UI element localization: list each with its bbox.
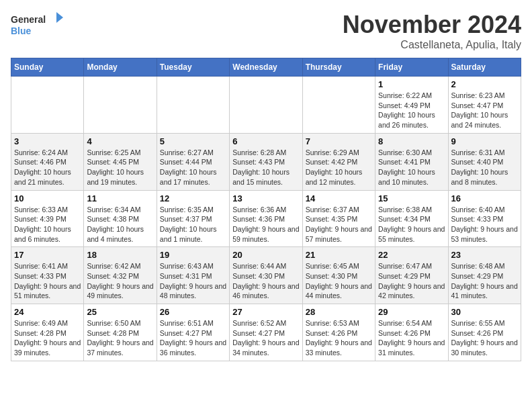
header-row: SundayMondayTuesdayWednesdayThursdayFrid… [11,58,521,77]
day-cell: 18Sunrise: 6:42 AM Sunset: 4:32 PM Dayli… [84,247,157,304]
day-number: 25 [87,307,153,317]
day-info: Sunrise: 6:34 AM Sunset: 4:38 PM Dayligh… [87,205,153,244]
day-info: Sunrise: 6:40 AM Sunset: 4:33 PM Dayligh… [451,205,518,244]
day-number: 8 [378,136,445,146]
day-number: 16 [451,193,518,203]
day-number: 30 [451,307,518,317]
day-info: Sunrise: 6:23 AM Sunset: 4:47 PM Dayligh… [451,91,518,130]
day-info: Sunrise: 6:36 AM Sunset: 4:36 PM Dayligh… [232,205,299,244]
day-info: Sunrise: 6:42 AM Sunset: 4:32 PM Dayligh… [87,261,153,301]
day-cell [84,77,157,134]
day-info: Sunrise: 6:54 AM Sunset: 4:26 PM Dayligh… [378,318,445,358]
day-number: 18 [87,250,153,260]
day-cell: 7Sunrise: 6:29 AM Sunset: 4:42 PM Daylig… [302,133,375,190]
day-cell: 27Sunrise: 6:52 AM Sunset: 4:27 PM Dayli… [230,304,302,361]
day-cell: 15Sunrise: 6:38 AM Sunset: 4:34 PM Dayli… [375,190,448,247]
day-number: 22 [378,250,445,260]
day-cell [302,77,375,134]
day-number: 13 [232,193,299,203]
day-number: 14 [306,193,372,203]
day-number: 17 [14,250,81,260]
day-number: 21 [306,250,372,260]
day-number: 2 [451,79,518,89]
day-info: Sunrise: 6:29 AM Sunset: 4:42 PM Dayligh… [306,148,372,187]
day-info: Sunrise: 6:48 AM Sunset: 4:29 PM Dayligh… [451,261,518,301]
day-cell: 11Sunrise: 6:34 AM Sunset: 4:38 PM Dayli… [84,190,157,247]
day-number: 10 [14,193,81,203]
day-cell: 20Sunrise: 6:44 AM Sunset: 4:30 PM Dayli… [230,247,302,304]
day-cell: 19Sunrise: 6:43 AM Sunset: 4:31 PM Dayli… [157,247,229,304]
day-info: Sunrise: 6:28 AM Sunset: 4:43 PM Dayligh… [232,148,299,187]
day-cell: 8Sunrise: 6:30 AM Sunset: 4:41 PM Daylig… [375,133,448,190]
day-info: Sunrise: 6:50 AM Sunset: 4:28 PM Dayligh… [87,318,153,358]
day-header-friday: Friday [375,58,448,77]
day-number: 12 [160,193,226,203]
month-title: November 2024 [343,11,521,39]
day-info: Sunrise: 6:47 AM Sunset: 4:29 PM Dayligh… [378,261,445,301]
day-info: Sunrise: 6:52 AM Sunset: 4:27 PM Dayligh… [232,318,299,358]
week-row-2: 3Sunrise: 6:24 AM Sunset: 4:46 PM Daylig… [11,133,521,190]
logo-svg: General Blue [11,11,64,40]
day-header-sunday: Sunday [11,58,84,77]
day-info: Sunrise: 6:33 AM Sunset: 4:39 PM Dayligh… [14,205,81,244]
day-cell: 14Sunrise: 6:37 AM Sunset: 4:35 PM Dayli… [302,190,375,247]
day-info: Sunrise: 6:37 AM Sunset: 4:35 PM Dayligh… [306,205,372,244]
day-number: 20 [232,250,299,260]
day-cell: 9Sunrise: 6:31 AM Sunset: 4:40 PM Daylig… [448,133,521,190]
page-header: General Blue November 2024 Castellaneta,… [11,11,521,51]
day-info: Sunrise: 6:53 AM Sunset: 4:26 PM Dayligh… [306,318,372,358]
day-number: 28 [306,307,372,317]
day-number: 11 [87,193,153,203]
day-cell: 16Sunrise: 6:40 AM Sunset: 4:33 PM Dayli… [448,190,521,247]
day-cell: 4Sunrise: 6:25 AM Sunset: 4:45 PM Daylig… [84,133,157,190]
day-cell: 26Sunrise: 6:51 AM Sunset: 4:27 PM Dayli… [157,304,229,361]
week-row-1: 1Sunrise: 6:22 AM Sunset: 4:49 PM Daylig… [11,77,521,134]
week-row-5: 24Sunrise: 6:49 AM Sunset: 4:28 PM Dayli… [11,304,521,361]
day-info: Sunrise: 6:22 AM Sunset: 4:49 PM Dayligh… [378,91,445,130]
day-info: Sunrise: 6:44 AM Sunset: 4:30 PM Dayligh… [232,261,299,301]
day-cell: 28Sunrise: 6:53 AM Sunset: 4:26 PM Dayli… [302,304,375,361]
day-info: Sunrise: 6:25 AM Sunset: 4:45 PM Dayligh… [87,148,153,187]
day-number: 1 [378,79,445,89]
day-cell: 22Sunrise: 6:47 AM Sunset: 4:29 PM Dayli… [375,247,448,304]
day-cell: 10Sunrise: 6:33 AM Sunset: 4:39 PM Dayli… [11,190,84,247]
day-cell: 1Sunrise: 6:22 AM Sunset: 4:49 PM Daylig… [375,77,448,134]
day-header-tuesday: Tuesday [157,58,229,77]
logo: General Blue [11,11,64,40]
week-row-3: 10Sunrise: 6:33 AM Sunset: 4:39 PM Dayli… [11,190,521,247]
day-cell: 6Sunrise: 6:28 AM Sunset: 4:43 PM Daylig… [230,133,302,190]
day-number: 3 [14,136,81,146]
day-cell: 24Sunrise: 6:49 AM Sunset: 4:28 PM Dayli… [11,304,84,361]
location: Castellaneta, Apulia, Italy [343,39,521,51]
day-cell: 25Sunrise: 6:50 AM Sunset: 4:28 PM Dayli… [84,304,157,361]
svg-text:Blue: Blue [11,26,32,36]
day-number: 27 [232,307,299,317]
day-header-wednesday: Wednesday [230,58,302,77]
day-cell: 30Sunrise: 6:55 AM Sunset: 4:26 PM Dayli… [448,304,521,361]
day-cell [11,77,84,134]
svg-marker-2 [56,12,63,23]
day-cell: 2Sunrise: 6:23 AM Sunset: 4:47 PM Daylig… [448,77,521,134]
day-number: 6 [232,136,299,146]
day-number: 15 [378,193,445,203]
day-header-saturday: Saturday [448,58,521,77]
day-info: Sunrise: 6:30 AM Sunset: 4:41 PM Dayligh… [378,148,445,187]
day-info: Sunrise: 6:45 AM Sunset: 4:30 PM Dayligh… [306,261,372,301]
day-number: 23 [451,250,518,260]
day-number: 7 [306,136,372,146]
day-info: Sunrise: 6:31 AM Sunset: 4:40 PM Dayligh… [451,148,518,187]
day-number: 5 [160,136,226,146]
title-block: November 2024 Castellaneta, Apulia, Ital… [343,11,521,51]
day-number: 19 [160,250,226,260]
day-info: Sunrise: 6:24 AM Sunset: 4:46 PM Dayligh… [14,148,81,187]
day-cell: 5Sunrise: 6:27 AM Sunset: 4:44 PM Daylig… [157,133,229,190]
day-cell [157,77,229,134]
day-cell: 29Sunrise: 6:54 AM Sunset: 4:26 PM Dayli… [375,304,448,361]
day-number: 9 [451,136,518,146]
day-info: Sunrise: 6:49 AM Sunset: 4:28 PM Dayligh… [14,318,81,358]
day-info: Sunrise: 6:55 AM Sunset: 4:26 PM Dayligh… [451,318,518,358]
calendar-table: SundayMondayTuesdayWednesdayThursdayFrid… [11,58,521,361]
day-info: Sunrise: 6:27 AM Sunset: 4:44 PM Dayligh… [160,148,226,187]
day-cell [230,77,302,134]
day-number: 26 [160,307,226,317]
